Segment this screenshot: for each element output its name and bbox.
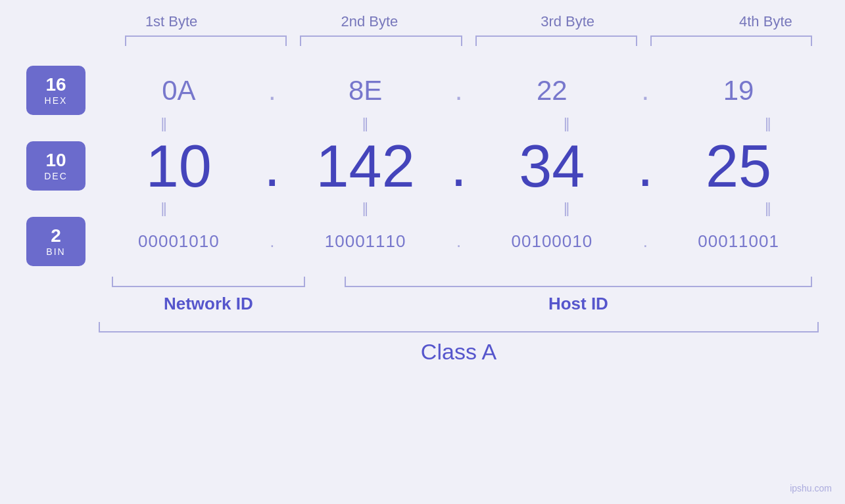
dec-values-grid: 10 . 142 . 34 . 25 [99, 132, 819, 200]
byte-header-2: 2nd Byte [270, 13, 468, 35]
hex-badge-number: 16 [45, 75, 66, 95]
dec-badge-label: DEC [44, 171, 68, 181]
host-bracket-line [345, 277, 812, 287]
bin-value-3: 00100010 [472, 231, 633, 252]
network-id-bracket: Network ID [112, 277, 305, 314]
watermark: ipshu.com [790, 483, 832, 493]
dec-value-3: 34 [472, 137, 633, 196]
bin-value-1: 00001010 [99, 231, 259, 252]
bracket-2 [300, 35, 462, 46]
byte-headers-row: 1st Byte 2nd Byte 3rd Byte 4th Byte [72, 13, 845, 35]
dec-sep-2: . [446, 132, 472, 200]
bottom-brackets: Network ID Host ID [99, 277, 819, 314]
class-footer: Class A [99, 322, 819, 365]
bin-sep-1: . [259, 231, 285, 252]
bin-sep-3: . [632, 231, 658, 252]
bin-value-2: 10001110 [285, 231, 446, 252]
bin-badge-number: 2 [51, 226, 61, 246]
class-label: Class A [421, 339, 496, 365]
dec-row: 10 DEC 10 . 142 . 34 . 25 [26, 132, 819, 200]
eq-2-2: || [277, 200, 452, 217]
hex-value-3: 22 [472, 75, 633, 106]
eq-1-3: || [479, 115, 654, 132]
bin-row: 2 BIN 00001010 . 10001110 . 00100010 . [26, 217, 819, 271]
hex-values-grid: 0A . 8E . 22 . 19 [99, 75, 819, 106]
hex-sep-1: . [259, 75, 285, 106]
class-bracket-line [99, 322, 819, 332]
hex-sep-3: . [632, 75, 658, 106]
byte-header-4: 4th Byte [667, 13, 845, 35]
hex-value-4: 19 [658, 75, 819, 106]
dec-sep-3: . [632, 132, 658, 200]
bin-sep-2: . [446, 231, 472, 252]
equals-grid-1: || || || || [76, 115, 845, 132]
dec-sep-1: . [259, 132, 285, 200]
hex-sep-2: . [446, 75, 472, 106]
bin-badge: 2 BIN [26, 217, 85, 266]
eq-1-2: || [277, 115, 452, 132]
byte-header-3: 3rd Byte [469, 13, 667, 35]
eq-2-1: || [76, 200, 251, 217]
bin-value-4: 00011001 [658, 231, 819, 252]
equals-row-2: || || || || [62, 200, 845, 217]
dec-value-4: 25 [658, 137, 819, 196]
bracket-1 [125, 35, 287, 46]
hex-row: 16 HEX 0A . 8E . 22 . 19 [26, 59, 819, 115]
hex-value-1: 0A [99, 75, 259, 106]
eq-1-1: || [76, 115, 251, 132]
host-id-bracket: Host ID [345, 277, 812, 314]
equals-grid-2: || || || || [76, 200, 845, 217]
bin-values-grid: 00001010 . 10001110 . 00100010 . 0001100… [99, 231, 819, 252]
main-container: 1st Byte 2nd Byte 3rd Byte 4th Byte 16 H… [0, 0, 845, 504]
hex-badge-label: HEX [45, 95, 68, 106]
eq-1-4: || [680, 115, 845, 132]
dec-badge: 10 DEC [26, 141, 85, 191]
host-id-label: Host ID [548, 294, 608, 314]
hex-badge: 16 HEX [26, 66, 85, 115]
equals-row-1: || || || || [62, 115, 845, 132]
dec-value-1: 10 [99, 137, 259, 196]
bracket-4 [650, 35, 812, 46]
hex-value-2: 8E [285, 75, 446, 106]
top-brackets [118, 35, 819, 46]
network-bracket-line [112, 277, 305, 287]
byte-header-1: 1st Byte [72, 13, 270, 35]
eq-2-4: || [680, 200, 845, 217]
bin-badge-label: BIN [46, 246, 65, 257]
eq-2-3: || [479, 200, 654, 217]
dec-badge-number: 10 [45, 150, 66, 171]
dec-value-2: 142 [285, 137, 446, 196]
bracket-3 [475, 35, 637, 46]
network-id-label: Network ID [164, 294, 253, 314]
